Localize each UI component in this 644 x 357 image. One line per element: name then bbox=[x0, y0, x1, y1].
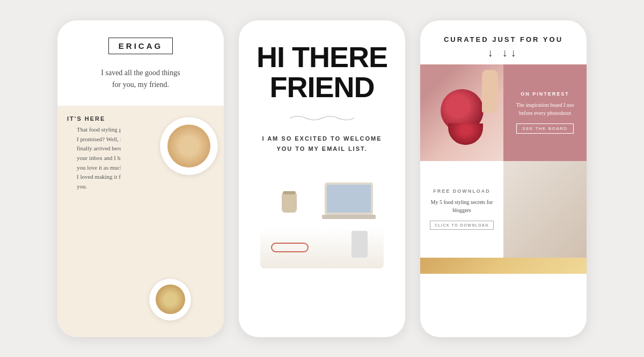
free-download-label: FREE DOWNLOAD bbox=[433, 188, 491, 194]
woman-body bbox=[503, 161, 587, 258]
plate-small bbox=[149, 278, 192, 321]
pomegranate-image bbox=[420, 64, 503, 161]
download-row: FREE DOWNLOAD My 5 food styling secrets … bbox=[420, 161, 587, 258]
arrows-decoration: ↓ ↓↓ bbox=[444, 47, 563, 59]
food-image bbox=[121, 106, 224, 337]
woman-image bbox=[503, 161, 587, 258]
laptop-icon bbox=[325, 183, 373, 215]
cup-icon bbox=[282, 193, 297, 213]
phone-mockup-1: ERICAG I saved all the good thingsfor yo… bbox=[57, 20, 224, 337]
desk-image bbox=[260, 166, 384, 268]
glasses-icon bbox=[271, 243, 309, 252]
hand-visual bbox=[482, 70, 498, 113]
headline-text: HI THERE FRIEND bbox=[257, 42, 387, 103]
pinterest-text-box: ON PINTEREST The inspiration board I use… bbox=[503, 64, 587, 161]
welcome-text: I AM SO EXCITED TO WELCOMEYOU TO MY EMAI… bbox=[262, 134, 382, 154]
brand-logo: ERICAG bbox=[108, 38, 173, 54]
food-section: IT'S HERE That food styling guide I prom… bbox=[57, 106, 224, 337]
curated-title: CURATED JUST FOR YOU bbox=[444, 35, 563, 43]
tagline-text: I saved all the good thingsfor you, my f… bbox=[101, 67, 180, 91]
pinterest-description: The inspiration board I use before every… bbox=[511, 101, 579, 117]
phone-mockup-2: HI THERE FRIEND I AM SO EXCITED TO WELCO… bbox=[239, 20, 405, 337]
pomegranate-visual bbox=[420, 64, 503, 161]
download-text-box: FREE DOWNLOAD My 5 food styling secrets … bbox=[420, 161, 503, 258]
download-description: My 5 food styling secrets for bloggers bbox=[428, 198, 496, 214]
desk-visual bbox=[260, 166, 384, 268]
bottom-partial-image bbox=[420, 258, 587, 274]
plates-visual bbox=[121, 106, 224, 337]
content-rows: ON PINTEREST The inspiration board I use… bbox=[420, 64, 587, 337]
logo-area: ERICAG I saved all the good thingsfor yo… bbox=[57, 20, 224, 101]
curated-header: CURATED JUST FOR YOU ↓ ↓↓ bbox=[433, 20, 574, 64]
phone-mockup-3: CURATED JUST FOR YOU ↓ ↓↓ ON PINTEREST T… bbox=[420, 20, 587, 337]
plate-big bbox=[159, 116, 218, 176]
phone-icon bbox=[352, 231, 368, 258]
see-board-button[interactable]: SEE THE BOARD bbox=[516, 123, 573, 134]
pomegranate-half bbox=[448, 123, 483, 145]
pinterest-row: ON PINTEREST The inspiration board I use… bbox=[420, 64, 587, 161]
pinterest-label: ON PINTEREST bbox=[521, 91, 569, 97]
wave-divider bbox=[290, 114, 354, 122]
laptop-screen bbox=[327, 185, 371, 213]
click-download-button[interactable]: CLICK TO DOWNLOAD bbox=[430, 221, 494, 230]
woman-visual bbox=[503, 161, 587, 258]
